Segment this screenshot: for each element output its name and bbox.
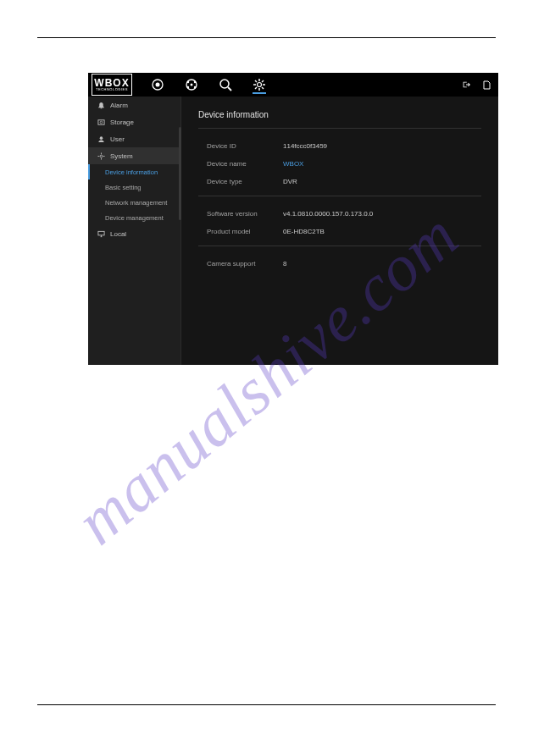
svg-point-3	[187, 81, 189, 83]
sidebar-sub-network-management[interactable]: Network management	[88, 195, 180, 210]
logout-icon[interactable]	[459, 78, 473, 91]
row-camera-support: Camera support 8	[198, 255, 481, 273]
divider	[198, 128, 481, 129]
row-software-version: Software version v4.1.0810.0000.157.0.17…	[198, 205, 481, 223]
row-value: v4.1.0810.0000.157.0.173.0.0	[283, 210, 373, 218]
row-value: DVR	[283, 178, 297, 185]
sidebar-item-label: Alarm	[110, 102, 128, 109]
svg-rect-20	[97, 119, 103, 124]
top-icons	[151, 78, 266, 91]
row-label: Device ID	[207, 142, 283, 150]
sidebar: Alarm Storage User System Device informa…	[88, 97, 181, 365]
svg-rect-19	[100, 108, 102, 108]
row-label: Camera support	[207, 260, 283, 268]
sidebar-sub-basic-setting[interactable]: Basic setting	[88, 179, 180, 195]
row-label: Software version	[207, 210, 283, 218]
sidebar-item-user[interactable]: User	[88, 130, 180, 147]
bell-icon	[97, 101, 105, 109]
svg-point-6	[194, 86, 196, 88]
storage-icon	[97, 118, 105, 126]
svg-line-18	[262, 80, 264, 82]
sidebar-item-storage[interactable]: Storage	[88, 113, 180, 130]
app-window: WBOX TECHNOLOGIES	[88, 73, 498, 365]
svg-line-9	[228, 87, 231, 91]
row-label: Device type	[207, 178, 283, 185]
row-label: Product model	[207, 228, 283, 235]
sidebar-item-label: User	[110, 135, 125, 143]
sidebar-sub-device-information[interactable]: Device information	[88, 164, 180, 179]
row-product-model: Product model 0E-HD8C2TB	[198, 223, 481, 240]
svg-point-8	[220, 80, 229, 88]
topbar: WBOX TECHNOLOGIES	[88, 73, 498, 97]
svg-point-4	[194, 81, 196, 83]
gear-icon	[97, 152, 105, 160]
svg-point-7	[191, 84, 193, 86]
content: Alarm Storage User System Device informa…	[88, 97, 498, 365]
row-value: 0E-HD8C2TB	[283, 228, 325, 235]
row-device-id: Device ID 114fccc0f3459	[198, 137, 481, 155]
page-icon[interactable]	[480, 78, 493, 91]
svg-point-1	[156, 83, 160, 87]
playback-icon[interactable]	[185, 78, 198, 91]
live-icon[interactable]	[151, 78, 164, 91]
row-label: Device name	[207, 160, 283, 168]
row-value: 8	[283, 260, 286, 268]
user-icon	[97, 135, 105, 143]
row-value: 114fccc0f3459	[283, 142, 327, 150]
svg-point-21	[100, 121, 103, 124]
main-panel: Device information Device ID 114fccc0f34…	[181, 97, 498, 365]
sidebar-sub-device-management[interactable]: Device management	[88, 210, 180, 225]
sidebar-item-system[interactable]: System	[88, 147, 180, 164]
sidebar-subitems: Device information Basic setting Network…	[88, 164, 180, 225]
row-device-type: Device type DVR	[198, 173, 481, 190]
svg-point-23	[100, 155, 103, 157]
svg-point-22	[99, 136, 103, 140]
monitor-icon	[97, 229, 105, 238]
topbar-right	[459, 78, 493, 91]
sidebar-item-local[interactable]: Local	[88, 225, 180, 242]
divider	[198, 196, 481, 196]
sidebar-item-label: System	[110, 152, 133, 160]
sidebar-item-label: Local	[110, 230, 126, 238]
search-icon[interactable]	[219, 78, 232, 91]
sidebar-item-alarm[interactable]: Alarm	[88, 97, 180, 113]
sidebar-scrollbar[interactable]	[179, 127, 181, 220]
logo: WBOX TECHNOLOGIES	[92, 74, 132, 96]
logo-sub: TECHNOLOGIES	[96, 88, 128, 91]
svg-point-5	[187, 86, 189, 88]
svg-rect-28	[97, 231, 103, 235]
device-name-link[interactable]: WBOX	[283, 160, 303, 168]
row-device-name: Device name WBOX	[198, 155, 481, 173]
settings-icon[interactable]	[253, 80, 266, 94]
svg-line-17	[255, 87, 257, 89]
panel-title: Device information	[198, 110, 481, 119]
divider	[198, 246, 481, 246]
sidebar-item-label: Storage	[110, 119, 134, 126]
svg-line-15	[255, 80, 257, 82]
svg-line-16	[262, 87, 264, 89]
svg-point-10	[258, 83, 262, 87]
